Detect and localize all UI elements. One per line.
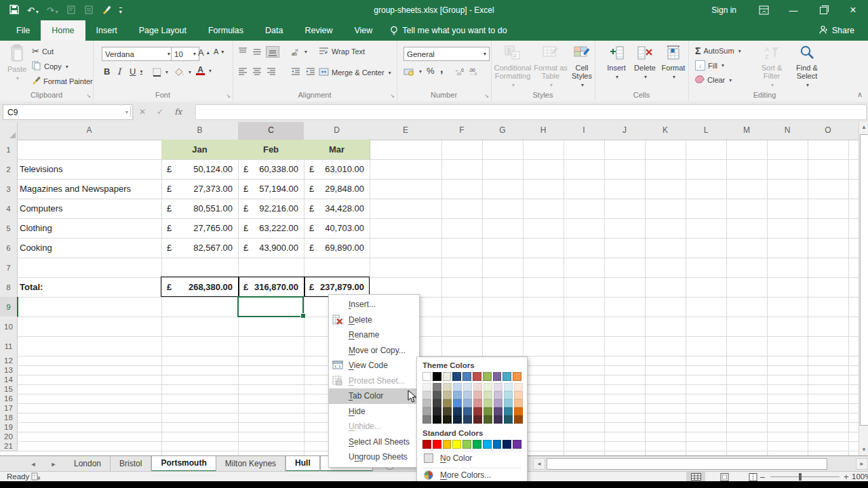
theme-variant-swatch[interactable] <box>494 415 502 424</box>
collapse-ribbon-icon[interactable]: ∧ <box>857 90 863 99</box>
theme-variant-swatch[interactable] <box>494 407 502 415</box>
theme-variant-swatch[interactable] <box>453 415 462 424</box>
theme-color-olive-green[interactable] <box>483 372 492 381</box>
standard-color-dark-blue[interactable] <box>502 440 511 449</box>
zoom-in-icon[interactable]: + <box>844 472 849 482</box>
bold-button[interactable]: B <box>104 66 110 77</box>
hscroll-right-icon[interactable]: ► <box>856 458 868 470</box>
theme-variant-swatch[interactable] <box>484 391 492 399</box>
row-header-13[interactable]: 13 <box>0 365 18 375</box>
theme-variant-swatch[interactable] <box>484 383 492 391</box>
theme-variant-swatch[interactable] <box>484 399 492 407</box>
format-painter-qat-icon[interactable] <box>102 5 111 16</box>
cell-styles-button[interactable]: Cell Styles▾ <box>570 45 594 89</box>
decrease-decimal-icon[interactable]: .00→.0 <box>469 67 479 75</box>
vertical-align-icons[interactable] <box>238 47 279 57</box>
row-header-8[interactable]: 8 <box>0 277 18 298</box>
theme-variant-swatch[interactable] <box>443 407 452 415</box>
row-header-3[interactable]: 3 <box>0 179 18 199</box>
merge-center-button[interactable]: Merge & Center▾ <box>319 68 391 77</box>
increase-decimal-icon[interactable]: ←.0.00 <box>455 67 466 75</box>
theme-variant-swatch[interactable] <box>463 391 472 399</box>
column-header-E[interactable]: E <box>370 122 442 140</box>
standard-color-green[interactable] <box>473 440 481 449</box>
accounting-format-icon[interactable]: ▾ <box>403 67 422 76</box>
row-header-21[interactable]: 21 <box>0 441 18 451</box>
theme-color-blue[interactable] <box>462 372 471 381</box>
number-dialog-launcher[interactable]: ↘ <box>484 93 489 99</box>
row-header-17[interactable]: 17 <box>0 403 18 413</box>
theme-variant-swatch[interactable] <box>514 383 523 391</box>
theme-variant-swatch[interactable] <box>443 383 452 391</box>
column-header-C[interactable]: C <box>238 122 304 141</box>
format-painter-button[interactable]: Format Painter <box>32 76 93 86</box>
theme-variant-swatch[interactable] <box>494 399 502 407</box>
theme-variant-swatch[interactable] <box>463 383 472 391</box>
normal-view-icon[interactable] <box>686 472 705 482</box>
save-icon[interactable] <box>9 5 19 16</box>
menu-item-view-code[interactable]: View Code <box>329 358 419 373</box>
ribbon-tab-formulas[interactable]: Formulas <box>197 20 254 41</box>
theme-variant-swatch[interactable] <box>422 407 431 415</box>
menu-item-select-all-sheets[interactable]: Select All Sheets <box>329 434 419 450</box>
theme-variant-swatch[interactable] <box>494 391 502 399</box>
column-header-F[interactable]: F <box>441 122 483 140</box>
hscroll-left-icon[interactable]: ◄ <box>533 458 545 470</box>
theme-variant-swatch[interactable] <box>514 391 523 399</box>
standard-color-light-green[interactable] <box>462 440 471 449</box>
sheet-tab-milton-keynes[interactable]: Milton Keynes <box>216 456 285 472</box>
theme-color-tan[interactable] <box>443 372 452 381</box>
alignment-dialog-launcher[interactable]: ↘ <box>390 93 395 99</box>
theme-variant-swatch[interactable] <box>422 383 431 391</box>
column-header-D[interactable]: D <box>304 122 370 140</box>
column-header-M[interactable]: M <box>726 122 768 140</box>
format-cells-button[interactable]: Format▾ <box>660 45 687 81</box>
tell-me-box[interactable]: Tell me what you want to do <box>383 20 513 41</box>
theme-color-black[interactable] <box>433 372 441 381</box>
sheet-tab-bristol[interactable]: Bristol <box>111 456 151 472</box>
select-all-corner[interactable] <box>0 122 18 140</box>
theme-variant-swatch[interactable] <box>463 399 472 407</box>
ribbon-tab-home[interactable]: Home <box>41 20 85 41</box>
font-size-select[interactable]: 10▾ <box>171 47 199 61</box>
theme-variant-swatch[interactable] <box>422 415 431 424</box>
standard-color-yellow[interactable] <box>452 440 461 449</box>
theme-variant-swatch[interactable] <box>504 383 513 391</box>
insert-cells-button[interactable]: Insert▾ <box>603 45 630 81</box>
row-header-1[interactable]: 1 <box>0 140 18 160</box>
zoom-level[interactable]: 100% <box>852 472 868 481</box>
theme-variant-swatch[interactable] <box>433 383 441 391</box>
standard-color-blue[interactable] <box>493 440 502 449</box>
standard-color-light-blue[interactable] <box>483 440 492 449</box>
indent-icons[interactable] <box>291 68 315 77</box>
theme-variant-swatch[interactable] <box>473 391 482 399</box>
theme-color-purple[interactable] <box>493 372 502 381</box>
font-dialog-launcher[interactable]: ↘ <box>226 93 231 99</box>
theme-variant-swatch[interactable] <box>484 415 492 424</box>
theme-variant-swatch[interactable] <box>514 407 523 415</box>
italic-button[interactable]: I <box>117 66 121 77</box>
theme-variant-swatch[interactable] <box>504 407 513 415</box>
scroll-up-icon[interactable]: ▲ <box>859 122 868 133</box>
fill-handle[interactable] <box>300 313 306 319</box>
column-header-A[interactable]: A <box>17 122 162 140</box>
row-header-19[interactable]: 19 <box>0 422 18 432</box>
column-header-N[interactable]: N <box>767 122 808 140</box>
theme-variant-swatch[interactable] <box>453 407 462 415</box>
standard-color-purple[interactable] <box>513 440 521 449</box>
theme-variant-swatch[interactable] <box>504 415 513 424</box>
theme-color-red[interactable] <box>473 372 481 381</box>
standard-color-dark-red[interactable] <box>422 440 431 449</box>
theme-variant-swatch[interactable] <box>504 391 513 399</box>
comma-style-icon[interactable]: , <box>440 63 443 75</box>
menu-item-move-or-copy[interactable]: Move or Copy... <box>329 343 419 359</box>
theme-variant-swatch[interactable] <box>473 407 482 415</box>
ribbon-tab-insert[interactable]: Insert <box>85 20 128 41</box>
theme-variant-swatch[interactable] <box>433 407 441 415</box>
cut-button[interactable]: ✂Cut <box>32 46 54 56</box>
vertical-scrollbar[interactable]: ▲ ▼ <box>859 122 868 455</box>
wrap-text-button[interactable]: Wrap Text <box>319 47 365 56</box>
column-header-B[interactable]: B <box>161 122 239 140</box>
theme-variant-swatch[interactable] <box>473 399 482 407</box>
theme-variant-swatch[interactable] <box>484 407 492 415</box>
